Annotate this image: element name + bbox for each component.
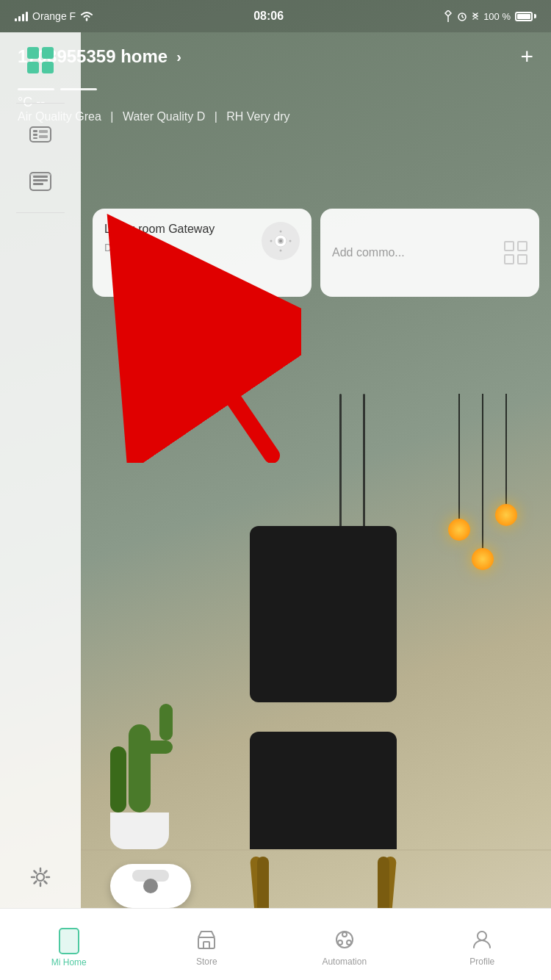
profile-icon xyxy=(471,929,493,954)
device-icon-circle xyxy=(262,222,300,260)
main-content: Living room Gateway Device online xyxy=(81,32,551,297)
status-left: Orange F xyxy=(15,10,93,22)
scene-background xyxy=(81,394,551,908)
nav-profile-label: Profile xyxy=(469,956,494,967)
carrier-label: Orange F xyxy=(32,10,76,22)
nav-mi-home[interactable]: Mi Home xyxy=(0,909,138,980)
sidebar-settings[interactable] xyxy=(27,864,54,890)
svg-point-24 xyxy=(289,240,292,242)
nav-profile[interactable]: Profile xyxy=(414,909,552,980)
mi-home-icon xyxy=(59,928,79,954)
nav-mi-home-label: Mi Home xyxy=(51,957,87,968)
sidebar-device-1[interactable] xyxy=(26,120,55,149)
store-icon xyxy=(195,929,217,954)
svg-rect-6 xyxy=(33,134,37,136)
nav-automation[interactable]: Automation xyxy=(276,909,414,980)
hanging-lights xyxy=(458,394,507,555)
status-time: 08:06 xyxy=(253,10,284,23)
sidebar-divider-2 xyxy=(16,212,65,213)
svg-line-3 xyxy=(462,17,464,18)
status-right: 100 % xyxy=(444,10,536,22)
sidebar-divider-1 xyxy=(16,103,65,104)
svg-point-30 xyxy=(347,940,351,945)
signal-icon xyxy=(15,11,28,21)
device-icon-2-svg xyxy=(27,168,54,195)
svg-point-28 xyxy=(342,932,347,937)
svg-point-22 xyxy=(280,250,282,252)
bottom-nav: Mi Home Store Automation xyxy=(0,908,551,980)
robot-vacuum xyxy=(110,849,198,908)
battery-label: 100 % xyxy=(483,11,511,22)
svg-rect-26 xyxy=(204,942,209,948)
svg-point-21 xyxy=(280,231,282,233)
location-icon xyxy=(444,10,453,22)
add-common-card[interactable]: Add commo... xyxy=(320,209,539,297)
svg-rect-13 xyxy=(33,183,43,185)
wifi-icon xyxy=(80,11,93,21)
sidebar-home-view[interactable] xyxy=(27,47,54,73)
bluetooth-icon xyxy=(472,11,479,21)
svg-point-23 xyxy=(270,240,273,242)
chair xyxy=(235,732,397,849)
nav-store[interactable]: Store xyxy=(138,909,276,980)
device-icon-1-svg xyxy=(27,121,54,148)
gateway-card[interactable]: Living room Gateway Device online xyxy=(93,209,311,297)
automation-icon xyxy=(334,929,356,954)
svg-point-29 xyxy=(338,940,342,945)
svg-rect-11 xyxy=(33,176,48,178)
sidebar xyxy=(0,32,81,908)
status-bar: Orange F 08:06 100 % xyxy=(0,0,551,32)
mi-gateway-icon xyxy=(264,224,298,258)
add-card-label: Add commo... xyxy=(332,246,405,259)
cactus xyxy=(96,813,169,849)
svg-rect-7 xyxy=(33,137,37,139)
alarm-icon xyxy=(457,11,467,21)
device-name: Living room Gateway xyxy=(104,222,215,237)
svg-point-20 xyxy=(279,239,282,242)
svg-rect-25 xyxy=(198,937,215,948)
device-cards-row: Living room Gateway Device online xyxy=(93,209,539,297)
svg-point-31 xyxy=(478,932,486,940)
device-status: Device online xyxy=(104,242,215,253)
battery-icon xyxy=(515,12,536,21)
floor-line xyxy=(81,849,551,851)
svg-point-27 xyxy=(336,932,353,948)
svg-rect-9 xyxy=(39,135,48,138)
svg-rect-8 xyxy=(39,130,48,133)
sidebar-device-2[interactable] xyxy=(26,167,55,196)
add-grid-icon xyxy=(504,241,527,264)
nav-automation-label: Automation xyxy=(322,956,367,967)
gear-icon xyxy=(27,864,54,890)
nav-store-label: Store xyxy=(196,956,217,967)
svg-rect-5 xyxy=(33,130,37,132)
svg-rect-12 xyxy=(33,179,48,181)
svg-point-16 xyxy=(37,873,44,881)
